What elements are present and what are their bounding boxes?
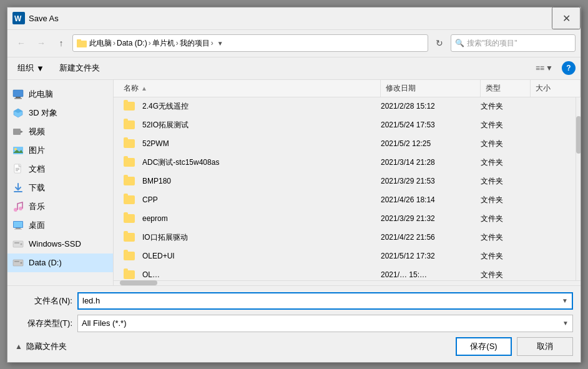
table-row[interactable]: BMP180 2021/3/29 21:53 文件夹 [114, 172, 576, 191]
computer-icon [12, 89, 24, 100]
svg-rect-26 [14, 242, 19, 244]
sidebar-item-3d[interactable]: 3D 对象 [7, 104, 113, 122]
search-placeholder: 搜索"我的项目" [467, 38, 571, 49]
sidebar-item-downloads[interactable]: 下载 [7, 179, 113, 197]
forward-button[interactable]: → [32, 34, 50, 52]
svg-rect-18 [14, 191, 22, 192]
hide-folders-button[interactable]: ▲ 隐藏文件夹 [15, 341, 67, 352]
file-area: 名称 ▲ 修改日期 类型 大小 [114, 80, 581, 285]
svg-point-12 [14, 148, 17, 150]
svg-point-27 [21, 243, 22, 245]
table-row[interactable]: ADC测试-stc15w408as 2021/3/14 21:28 文件夹 [114, 154, 576, 172]
table-row[interactable]: 2.4G无线遥控 2021/2/28 15:12 文件夹 [114, 97, 576, 116]
cancel-button[interactable]: 取消 [517, 337, 573, 356]
address-bar[interactable]: 此电脑 › Data (D:) › 单片机 › 我的项目 › ▼ [72, 34, 428, 52]
column-headers: 名称 ▲ 修改日期 类型 大小 [114, 80, 581, 97]
svg-rect-15 [16, 168, 19, 169]
hide-arrow-icon: ▲ [15, 342, 22, 351]
picture-icon [12, 145, 24, 156]
sidebar-item-music[interactable]: 音乐 [7, 197, 113, 216]
filetype-select[interactable]: All Files (*.*) ▼ [77, 315, 573, 332]
folder-icon [124, 158, 135, 167]
search-icon: 🔍 [455, 39, 464, 47]
sidebar-label-data-d: Data (D:) [29, 258, 62, 267]
folder-icon [124, 121, 135, 129]
filetype-dropdown-arrow: ▼ [562, 320, 569, 327]
back-button[interactable]: ← [12, 34, 30, 52]
video-icon [12, 126, 24, 137]
folder-icon [77, 38, 87, 48]
vertical-scrollbar[interactable] [576, 97, 581, 280]
table-row[interactable]: 52PWM 2021/5/2 12:25 文件夹 [114, 135, 576, 154]
svg-rect-16 [16, 169, 19, 170]
folder-icon [124, 270, 135, 279]
sidebar-item-desktop[interactable]: 桌面 [7, 216, 113, 235]
sidebar-label-documents: 文档 [29, 164, 45, 175]
save-button[interactable]: 保存(S) [456, 337, 512, 356]
svg-rect-2 [77, 41, 87, 47]
refresh-button[interactable]: ↻ [431, 34, 448, 52]
col-header-name[interactable]: 名称 ▲ [119, 80, 381, 97]
organize-button[interactable]: 组织 ▼ [12, 60, 49, 76]
svg-marker-10 [21, 130, 23, 133]
col-header-size[interactable]: 大小 [531, 80, 581, 97]
folder-icon [124, 214, 135, 223]
sidebar: 此电脑 3D 对象 视频 [7, 80, 114, 285]
view-button[interactable]: ≡≡ ▼ [532, 60, 557, 76]
filename-input[interactable]: led.h ▼ [77, 292, 573, 310]
table-row[interactable]: IO口拓展驱动 2021/4/22 21:56 文件夹 [114, 229, 576, 247]
sidebar-label-videos: 视频 [29, 126, 45, 137]
save-as-dialog: W Save As ✕ ← → ↑ 此电脑 › Data (D:) › 单片机 … [7, 7, 581, 363]
table-row[interactable]: OLED+UI 2021/5/12 17:32 文件夹 [114, 247, 576, 266]
folder-icon [124, 177, 135, 185]
svg-rect-5 [16, 97, 21, 98]
up-button[interactable]: ↑ [52, 34, 70, 52]
sidebar-label-downloads: 下载 [29, 182, 45, 194]
col-header-date[interactable]: 修改日期 [381, 80, 481, 97]
search-box[interactable]: 🔍 搜索"我的项目" [451, 34, 576, 52]
sidebar-item-documents[interactable]: 文档 [7, 160, 113, 179]
sidebar-label-music: 音乐 [29, 201, 45, 212]
svg-point-20 [19, 207, 22, 210]
folder-icon [124, 195, 135, 204]
content-area: 此电脑 3D 对象 视频 [7, 80, 581, 285]
filetype-value: All Files (*.*) [82, 318, 127, 328]
file-list[interactable]: 2.4G无线遥控 2021/2/28 15:12 文件夹 52IO拓展测试 20… [114, 97, 576, 280]
sidebar-label-this-pc: 此电脑 [29, 89, 53, 100]
address-dropdown-arrow: ▼ [217, 40, 223, 47]
sidebar-item-this-pc[interactable]: 此电脑 [7, 85, 113, 104]
table-row[interactable]: 52IO拓展测试 2021/5/24 17:53 文件夹 [114, 116, 576, 135]
sidebar-item-videos[interactable]: 视频 [7, 122, 113, 141]
music-icon [12, 201, 24, 212]
table-row[interactable]: eeprom 2021/3/29 21:32 文件夹 [114, 210, 576, 229]
svg-rect-9 [13, 129, 21, 135]
dialog-title: Save As [29, 14, 552, 23]
scroll-thumb[interactable] [576, 116, 581, 154]
svg-point-30 [21, 262, 22, 263]
h-scroll-thumb[interactable] [120, 280, 157, 285]
table-row[interactable]: OL… 2021/… 15:… 文件夹 [114, 266, 576, 280]
document-icon [12, 164, 24, 175]
filetype-label: 保存类型(T): [15, 318, 77, 329]
svg-rect-3 [77, 39, 81, 41]
horizontal-scrollbar[interactable] [114, 280, 581, 285]
sidebar-item-windows-ssd[interactable]: Windows-SSD [7, 235, 113, 253]
filename-label: 文件名(N): [15, 295, 77, 307]
filetype-row: 保存类型(T): All Files (*.*) ▼ [15, 315, 573, 332]
address-toolbar: ← → ↑ 此电脑 › Data (D:) › 单片机 › 我的项目 › ▼ ↻… [7, 30, 581, 57]
col-header-type[interactable]: 类型 [481, 80, 531, 97]
sidebar-label-windows-ssd: Windows-SSD [29, 239, 81, 248]
folder-icon [124, 139, 135, 148]
new-folder-button[interactable]: 新建文件夹 [54, 60, 105, 76]
help-button[interactable]: ? [562, 61, 576, 75]
table-row[interactable]: CPP 2021/4/26 18:14 文件夹 [114, 191, 576, 210]
close-button[interactable]: ✕ [552, 7, 581, 29]
sidebar-item-data-d[interactable]: Data (D:) [7, 253, 113, 272]
sidebar-item-pictures[interactable]: 图片 [7, 141, 113, 160]
sidebar-label-3d: 3D 对象 [29, 107, 57, 119]
bottom-form: 文件名(N): led.h ▼ 保存类型(T): All Files (*.*)… [7, 285, 581, 362]
filename-row: 文件名(N): led.h ▼ [15, 292, 573, 310]
svg-rect-4 [13, 90, 23, 97]
download-icon [12, 182, 24, 194]
sort-arrow: ▲ [141, 85, 147, 92]
